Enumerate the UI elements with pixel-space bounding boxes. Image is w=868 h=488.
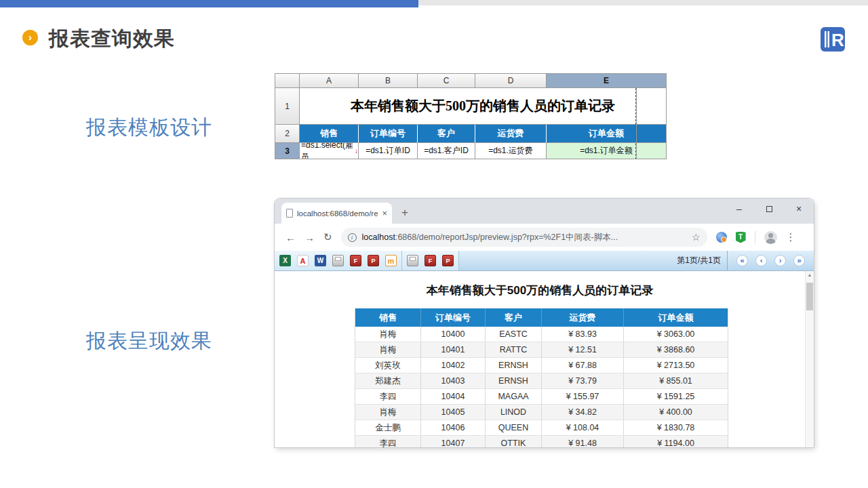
- extension-ball-icon[interactable]: [716, 232, 727, 243]
- template-header-cell[interactable]: 订单编号: [359, 125, 418, 143]
- table-cell: ¥ 1591.25: [624, 389, 728, 404]
- table-row: 肖梅10400EASTC¥ 83.93¥ 3063.00: [355, 327, 728, 342]
- vertical-scrollbar[interactable]: ▲: [805, 271, 814, 447]
- window-controls: – ×: [724, 199, 814, 219]
- first-page-button[interactable]: «: [736, 255, 748, 266]
- template-title-cell[interactable]: 本年销售额大于500万的销售人员的订单记录: [300, 88, 667, 125]
- formula-cell-d3[interactable]: =ds1.运货费: [475, 143, 547, 159]
- back-icon[interactable]: ←: [285, 232, 296, 243]
- export-excel-icon[interactable]: X: [279, 255, 291, 266]
- toolbar-divider: [755, 231, 755, 243]
- forward-icon[interactable]: →: [304, 232, 315, 243]
- overflow-arrow-icon: ↓: [355, 148, 358, 155]
- export-icon-group: XAWFPm: [275, 251, 402, 270]
- chevron-bullet-icon: ›: [22, 30, 38, 45]
- last-page-button[interactable]: »: [793, 255, 805, 266]
- scrollbar-thumb[interactable]: [806, 283, 813, 310]
- print-flash-icon[interactable]: F: [425, 255, 436, 266]
- print-icon-group: FP: [402, 251, 459, 270]
- url-field[interactable]: i localhost:6868/demo/reportJsp/preview.…: [341, 228, 707, 247]
- report-toolbar: XAWFPm FP 第1页/共1页 « ‹ › »: [275, 251, 814, 271]
- table-cell: ¥ 91.48: [542, 436, 624, 447]
- page-title: 报表查询效果: [49, 25, 175, 53]
- table-cell: ¥ 400.00: [624, 405, 728, 420]
- column-header: 订单金额: [624, 308, 728, 327]
- col-header-e-selected[interactable]: E: [547, 74, 667, 88]
- table-row: 郑建杰10403ERNSH¥ 73.79¥ 855.01: [355, 373, 728, 389]
- table-cell: 10400: [421, 327, 486, 342]
- page-info-icon[interactable]: i: [348, 233, 357, 242]
- col-header-a[interactable]: A: [300, 74, 359, 88]
- formula-cell-a3[interactable]: =ds1.select(雇员 ↓: [300, 143, 359, 159]
- spreadsheet-template: A B C D E 1 本年销售额大于500万的销售人员的订单记录 2 销售 订…: [275, 73, 667, 159]
- table-cell: OTTIK: [486, 436, 542, 447]
- next-page-button[interactable]: ›: [774, 255, 786, 266]
- browser-tab[interactable]: localhost:6868/demo/reportJs ×: [281, 203, 392, 224]
- print-flash-icon[interactable]: F: [350, 255, 361, 266]
- top-accent-bar-gray: [418, 0, 868, 5]
- bookmark-star-icon[interactable]: ☆: [692, 232, 701, 243]
- prev-page-button[interactable]: ‹: [755, 255, 767, 266]
- grid-corner[interactable]: [275, 74, 300, 88]
- print-icon[interactable]: [407, 255, 418, 266]
- table-cell: ¥ 12.51: [542, 342, 624, 357]
- maximize-icon: [766, 206, 772, 212]
- template-header-cell[interactable]: 订单金额: [547, 125, 667, 143]
- report-table-body: 肖梅10400EASTC¥ 83.93¥ 3063.00肖梅10401RATTC…: [355, 327, 728, 447]
- brand-logo-icon: R: [820, 26, 846, 52]
- print-pdf-icon[interactable]: P: [368, 255, 379, 266]
- col-header-c[interactable]: C: [418, 74, 475, 88]
- table-cell: QUEEN: [486, 420, 542, 435]
- row-header-3-selected[interactable]: 3: [275, 143, 300, 159]
- reload-icon[interactable]: ↻: [323, 231, 332, 243]
- scroll-up-icon[interactable]: ▲: [806, 272, 814, 277]
- table-cell: 10401: [421, 342, 486, 357]
- template-header-cell[interactable]: 运货费: [475, 125, 547, 143]
- table-cell: MAGAA: [486, 389, 542, 404]
- row-header-1[interactable]: 1: [275, 88, 300, 125]
- table-cell: ¥ 155.97: [542, 389, 624, 404]
- tab-close-icon[interactable]: ×: [382, 208, 387, 218]
- export-word-icon[interactable]: W: [315, 255, 326, 266]
- report-table: 销售 订单编号 客户 运货费 订单金额 肖梅10400EASTC¥ 83.93¥…: [355, 308, 728, 447]
- minimize-button[interactable]: –: [724, 199, 754, 219]
- export-pdf-icon[interactable]: A: [297, 255, 309, 266]
- col-header-d[interactable]: D: [475, 74, 547, 88]
- url-text: localhost:6868/demo/reportJsp/preview.js…: [362, 232, 686, 243]
- table-cell: ERNSH: [486, 373, 542, 388]
- col-header-b[interactable]: B: [359, 74, 418, 88]
- export-applet-icon[interactable]: m: [385, 255, 397, 266]
- table-cell: LINOD: [486, 405, 542, 420]
- maximize-button[interactable]: [754, 199, 784, 219]
- report-table-header: 销售 订单编号 客户 运货费 订单金额: [355, 308, 728, 327]
- profile-avatar[interactable]: [764, 231, 777, 244]
- column-header: 运货费: [542, 308, 624, 327]
- browser-tab-strip: localhost:6868/demo/reportJs × + – ×: [275, 199, 814, 224]
- top-accent-bar-blue: [0, 0, 418, 7]
- extension-shield-icon[interactable]: T: [736, 232, 746, 243]
- table-cell: 肖梅: [355, 405, 421, 420]
- slide: › 报表查询效果 R 报表模板设计 报表呈现效果 A B C D E 1 本年销…: [0, 0, 868, 488]
- formula-cell-b3[interactable]: =ds1.订单ID: [359, 143, 418, 159]
- table-cell: 10403: [421, 373, 486, 388]
- table-cell: 李四: [355, 436, 421, 447]
- print-pdf-icon[interactable]: P: [442, 255, 454, 266]
- row-header-2[interactable]: 2: [275, 125, 300, 143]
- table-cell: ¥ 3868.60: [624, 342, 728, 357]
- table-cell: 肖梅: [355, 327, 421, 342]
- new-tab-button[interactable]: +: [401, 206, 408, 220]
- browser-menu-icon[interactable]: ⋮: [786, 231, 796, 243]
- template-header-cell[interactable]: 销售: [300, 125, 359, 143]
- table-cell: 刘英玫: [355, 358, 421, 373]
- report-title: 本年销售额大于500万的销售人员的订单记录: [275, 283, 805, 298]
- table-row: 李四10407OTTIK¥ 91.48¥ 1194.00: [355, 436, 728, 447]
- formula-cell-c3[interactable]: =ds1.客户ID: [418, 143, 475, 159]
- table-cell: ¥ 73.79: [542, 373, 624, 388]
- template-header-cell[interactable]: 客户: [418, 125, 475, 143]
- table-cell: 10402: [421, 358, 486, 373]
- table-row: 金士鹏10406QUEEN¥ 108.04¥ 1830.78: [355, 420, 728, 436]
- formula-cell-e3[interactable]: =ds1.订单金额: [547, 143, 667, 159]
- print-icon[interactable]: [332, 255, 344, 266]
- table-cell: ¥ 1194.00: [624, 436, 728, 447]
- close-button[interactable]: ×: [784, 199, 814, 219]
